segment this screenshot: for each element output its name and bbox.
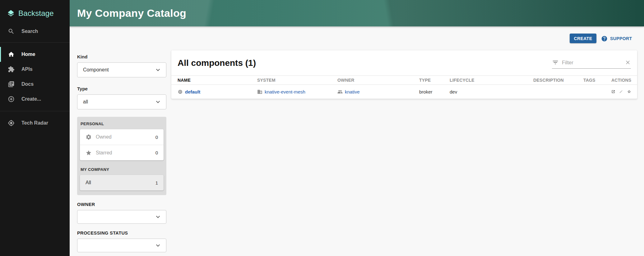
chevron-down-icon (154, 98, 162, 106)
column-header-description[interactable]: DESCRIPTION (533, 78, 583, 83)
home-icon (8, 51, 15, 58)
table-header-row: NAME SYSTEM OWNER TYPE LIFECYCLE DESCRIP… (171, 75, 637, 85)
sidebar-item-label: Create... (21, 96, 41, 102)
support-button[interactable]: SUPPORT (601, 34, 632, 43)
column-header-name[interactable]: NAME (178, 78, 257, 83)
docs-icon (8, 81, 15, 88)
help-icon (601, 35, 608, 42)
entity-link-default[interactable]: default (185, 89, 200, 94)
all-label: All (86, 180, 155, 185)
owned-filter-item[interactable]: Owned 0 (80, 129, 164, 145)
chevron-down-icon (154, 242, 162, 249)
company-picker: All 1 (80, 175, 164, 190)
table-filter-input[interactable] (562, 60, 625, 66)
personal-picker: Owned 0 Starred 0 (80, 129, 164, 160)
cell-system: knative-event-mesh (257, 89, 337, 94)
components-table-card: All components (1) NAME SYSTEM OWNER TYP… (171, 50, 637, 99)
starred-count: 0 (155, 150, 158, 155)
column-header-lifecycle[interactable]: LIFECYCLE (450, 78, 533, 83)
cell-owner: knative (337, 89, 419, 94)
table-filter-box (552, 57, 631, 69)
sidebar-item-home[interactable]: Home (0, 47, 70, 62)
sidebar-item-tech-radar[interactable]: Tech Radar (0, 116, 70, 130)
puzzle-icon (8, 66, 15, 73)
edit-pencil-icon[interactable] (619, 88, 623, 95)
column-header-tags[interactable]: TAGS (583, 78, 611, 83)
sidebar-item-label: Home (21, 52, 35, 57)
processing-status-select[interactable] (77, 239, 166, 252)
create-button[interactable]: CREATE (570, 34, 596, 43)
layers-icon (7, 9, 15, 17)
starred-label: Starred (96, 150, 155, 156)
owner-label: OWNER (77, 202, 166, 207)
page-title: My Company Catalog (77, 7, 186, 19)
owner-select[interactable] (77, 210, 166, 224)
type-select-value: all (83, 99, 88, 105)
radar-icon (8, 120, 15, 126)
search-icon (8, 28, 15, 35)
chevron-down-icon (154, 213, 162, 221)
sidebar-divider (0, 111, 70, 111)
sidebar-item-label: Tech Radar (21, 120, 48, 126)
star-icon (86, 150, 92, 156)
support-label: SUPPORT (610, 36, 632, 41)
sidebar-item-label: Docs (21, 81, 34, 87)
chevron-down-icon (154, 66, 162, 74)
kind-select[interactable]: Component (77, 62, 166, 77)
sidebar-item-apis[interactable]: APIs (0, 62, 70, 77)
owner-link[interactable]: knative (345, 89, 360, 94)
backstage-logo[interactable]: Backstage (0, 0, 70, 19)
kind-select-value: Component (83, 67, 109, 73)
column-header-system[interactable]: SYSTEM (257, 78, 337, 83)
cell-lifecycle: dev (450, 89, 533, 94)
kind-label: Kind (77, 54, 166, 59)
sidebar-item-create[interactable]: Create... (0, 92, 70, 107)
table-title: All components (1) (178, 58, 256, 68)
personal-filter-panel: PERSONAL Owned 0 Starred 0 MY COMPANY Al… (77, 117, 166, 195)
component-chip-icon (178, 89, 183, 94)
column-header-owner[interactable]: OWNER (337, 78, 419, 83)
sidebar-divider (0, 42, 70, 43)
owned-label: Owned (96, 134, 155, 140)
sidebar-item-search[interactable]: Search (0, 25, 70, 38)
sidebar: Backstage Search Home APIs Docs Create..… (0, 0, 70, 256)
settings-icon (86, 134, 92, 140)
my-company-heading: MY COMPANY (80, 160, 164, 175)
add-circle-icon (8, 96, 15, 103)
sidebar-item-label: APIs (21, 66, 33, 72)
clear-filter-icon[interactable] (625, 59, 631, 66)
owned-count: 0 (155, 135, 158, 140)
sidebar-item-docs[interactable]: Docs (0, 77, 70, 92)
filter-list-icon (552, 59, 559, 66)
filter-column: Kind Component Type all PERSONAL Owned 0… (77, 54, 166, 252)
starred-filter-item[interactable]: Starred 0 (80, 145, 164, 160)
system-domain-icon (257, 89, 262, 94)
personal-heading: PERSONAL (80, 120, 164, 129)
column-header-type[interactable]: TYPE (419, 78, 450, 83)
table-row: default knative-event-mesh knative broke… (171, 85, 637, 99)
owner-group-icon (337, 89, 343, 94)
all-filter-item[interactable]: All 1 (80, 175, 164, 190)
system-link[interactable]: knative-event-mesh (265, 89, 305, 94)
logo-text: Backstage (18, 9, 54, 18)
cell-name: default (178, 89, 257, 94)
column-header-actions: ACTIONS (611, 78, 631, 83)
sidebar-item-label: Search (21, 29, 38, 34)
cell-actions (611, 88, 631, 95)
type-label: Type (77, 86, 166, 91)
cell-type: broker (419, 89, 450, 94)
processing-status-label: PROCESSING STATUS (77, 231, 166, 235)
all-count: 1 (155, 180, 158, 185)
star-border-icon[interactable] (627, 88, 631, 95)
page-header: My Company Catalog (70, 0, 644, 26)
open-in-new-icon[interactable] (611, 88, 615, 95)
type-select[interactable]: all (77, 94, 166, 109)
